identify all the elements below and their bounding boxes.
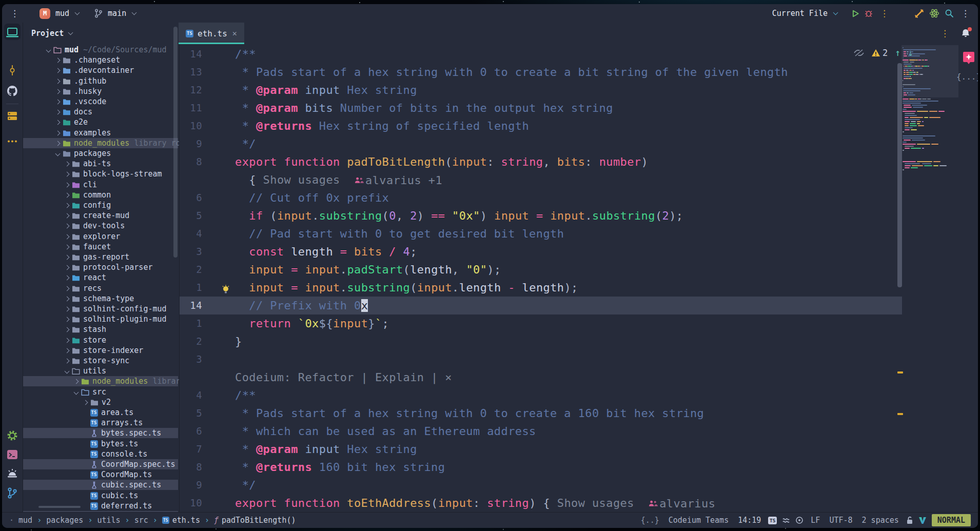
commit-tool-icon[interactable]	[8, 65, 17, 78]
tree-chevron-icon[interactable]	[65, 234, 70, 239]
tree-chevron-icon[interactable]	[46, 47, 51, 52]
breadcrumb-item[interactable]: mud	[18, 516, 32, 525]
code-line[interactable]: 10 * @returns Hex string of specified le…	[180, 117, 978, 135]
tree-chevron-icon[interactable]	[65, 171, 70, 176]
search-icon[interactable]	[945, 9, 954, 18]
tree-chevron-icon[interactable]	[65, 296, 70, 301]
tree-chevron-icon[interactable]	[65, 306, 70, 311]
problems-tool-icon[interactable]	[7, 468, 18, 481]
services-tool-icon[interactable]	[7, 430, 18, 443]
code-line[interactable]: 6 // Cut off 0x prefix	[180, 189, 978, 207]
tree-chevron-icon[interactable]	[55, 109, 61, 114]
tree-chevron-icon[interactable]	[65, 161, 70, 166]
tree-item-solhint-config-mud[interactable]: solhint-config-mud	[23, 304, 178, 314]
profiler-icon[interactable]	[929, 8, 939, 18]
tree-item-store[interactable]: store	[23, 335, 178, 345]
breadcrumb-item[interactable]: src	[134, 516, 148, 525]
code-line[interactable]: 5 * Pads start of a hex string with 0 to…	[180, 404, 978, 422]
tree-item-v2[interactable]: v2	[23, 397, 178, 407]
tree-chevron-icon[interactable]	[65, 192, 70, 198]
branch-widget[interactable]: main	[108, 9, 126, 18]
tree-item-node_modules[interactable]: node_moduleslibrary r	[23, 376, 178, 386]
tree-chevron-icon[interactable]	[55, 120, 61, 125]
tree-item-CoordMap.spec.ts[interactable]: CoordMap.spec.ts	[23, 459, 178, 469]
tree-item-cubic.spec.ts[interactable]: cubic.spec.ts	[23, 480, 178, 490]
terminal-tool-icon[interactable]	[7, 449, 18, 462]
tree-chevron-icon[interactable]	[55, 151, 61, 156]
tree-item-.vscode[interactable]: .vscode	[23, 96, 178, 107]
tree-chevron-icon[interactable]	[74, 379, 79, 384]
code-line[interactable]: 7 * @param input Hex string	[180, 440, 978, 458]
tree-item-stash[interactable]: stash	[23, 324, 178, 335]
prettier-icon[interactable]	[782, 517, 790, 524]
project-scrollbar-vertical[interactable]	[173, 27, 178, 258]
tree-item-protocol-parser[interactable]: protocol-parser	[23, 262, 178, 272]
vim-mode-badge[interactable]: NORMAL	[932, 514, 971, 526]
code-line[interactable]: 4 // Pad start with 0 to get desired bit…	[180, 225, 978, 243]
caret-position[interactable]: 14:19	[736, 516, 763, 525]
warning-stripe-mark[interactable]	[897, 413, 903, 415]
line-ending-indicator[interactable]: LF	[809, 516, 822, 525]
code-line[interactable]: { Show usages alvarius +1	[180, 171, 978, 189]
code-line[interactable]: 10export function toEthAddress(input: st…	[180, 494, 978, 512]
tree-item-packages[interactable]: packages	[23, 148, 178, 159]
code-line-current[interactable]: 14 // Prefix with 0x	[180, 297, 978, 314]
tree-item-dev-tools[interactable]: dev-tools	[23, 221, 178, 231]
tree-item-cli[interactable]: cli	[23, 180, 178, 190]
highlighting-off-icon[interactable]	[854, 49, 864, 56]
tree-chevron-icon[interactable]	[65, 275, 70, 280]
tree-item-solhint-plugin-mud[interactable]: solhint-plugin-mud	[23, 314, 178, 324]
code-line[interactable]: 6 * which can be used as an Ethereum add…	[180, 422, 978, 440]
tree-item-console.ts[interactable]: TSconsole.ts	[23, 449, 178, 459]
tree-item-CoordMap.ts[interactable]: TSCoordMap.ts	[23, 469, 178, 480]
code-authors-inlay[interactable]: alvarius	[648, 495, 715, 513]
code-line[interactable]: 1 input = input.substring(input.length -…	[180, 279, 978, 297]
tree-chevron-icon[interactable]	[65, 244, 70, 249]
code-editor[interactable]: 14/**13 * Pads start of a hex string wit…	[180, 44, 978, 512]
tree-item-schema-type[interactable]: schema-type	[23, 293, 178, 304]
github-tool-icon[interactable]	[7, 85, 18, 99]
code-line[interactable]: 4/**	[180, 386, 978, 404]
tree-item-cubic.ts[interactable]: TScubic.ts	[23, 490, 178, 501]
code-line[interactable]: 2 input = input.padStart(length, "0");	[180, 261, 978, 279]
tree-item-docs[interactable]: docs	[23, 107, 178, 117]
tree-item-common[interactable]: common	[23, 190, 178, 200]
tree-chevron-icon[interactable]	[55, 57, 61, 63]
code-line[interactable]: 5 if (input.substring(0, 2) == "0x") inp…	[180, 207, 978, 225]
code-line[interactable]: 8export function padToBitLength(input: s…	[180, 153, 978, 171]
codeium-tool-icon[interactable]: {...}	[956, 72, 978, 82]
tree-item-explorer[interactable]: explorer	[23, 231, 178, 242]
ai-assistant-icon[interactable]	[963, 51, 975, 65]
code-line[interactable]: 3 const length = bits / 4;	[180, 243, 978, 261]
tree-chevron-icon[interactable]	[55, 99, 61, 104]
breadcrumb-file[interactable]: TSeth.ts	[162, 516, 200, 525]
tree-item-utils[interactable]: utils	[23, 366, 178, 376]
prev-problem-icon[interactable]: ↑	[895, 47, 900, 58]
tree-chevron-icon[interactable]	[55, 68, 61, 73]
tree-chevron-icon[interactable]	[65, 223, 70, 228]
run-more-icon[interactable]: ⋮	[878, 9, 891, 18]
tree-item-store-sync[interactable]: store-sync	[23, 356, 178, 366]
project-logo[interactable]: M	[40, 8, 50, 19]
lock-icon[interactable]	[906, 516, 913, 524]
tree-chevron-icon[interactable]	[55, 89, 61, 94]
tree-chevron-icon[interactable]	[65, 317, 70, 322]
code-line[interactable]: 3	[180, 350, 978, 368]
code-line[interactable]: 1 return `0x${input}`;	[180, 314, 978, 332]
code-line[interactable]: 8 * @returns 160 bit hex string	[180, 458, 978, 476]
tree-item-config[interactable]: config	[23, 200, 178, 210]
project-tool-icon[interactable]	[6, 27, 19, 41]
more-tools-icon[interactable]	[7, 135, 17, 145]
ts-service-icon[interactable]: TS	[768, 517, 777, 524]
warnings-indicator[interactable]: 2	[871, 48, 888, 58]
tree-item-create-mud[interactable]: create-mud	[23, 210, 178, 221]
code-authors-inlay[interactable]: alvarius +1	[354, 171, 442, 189]
tab-options-icon[interactable]: ⋮	[938, 29, 951, 38]
tree-chevron-icon[interactable]	[55, 130, 61, 135]
tree-chevron-icon[interactable]	[65, 265, 70, 270]
breadcrumb-symbol[interactable]: ƒ padToBitLength()	[214, 516, 296, 525]
tree-chevron-icon[interactable]	[65, 182, 70, 187]
breadcrumb-item[interactable]: packages	[46, 516, 83, 525]
tree-item-gas-report[interactable]: gas-report	[23, 252, 178, 262]
tree-item-bytes.ts[interactable]: TSbytes.ts	[23, 439, 178, 449]
